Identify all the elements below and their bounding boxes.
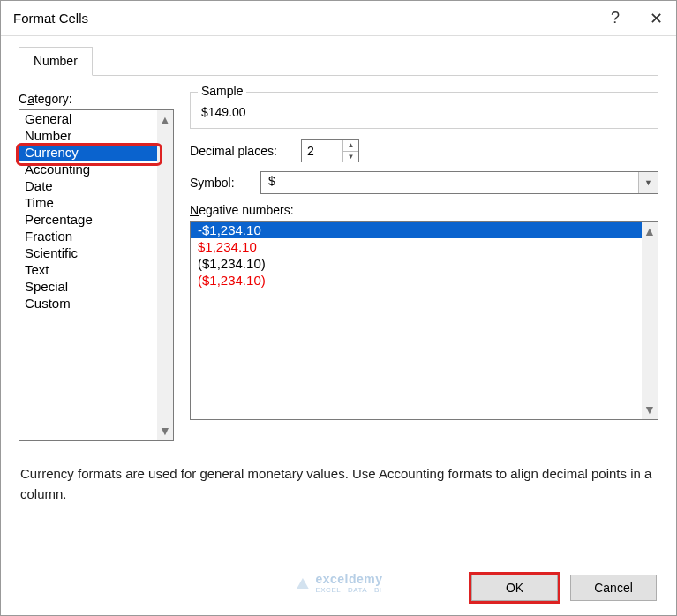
scroll-up-icon[interactable]: ▲ [643, 224, 656, 238]
tab-number[interactable]: Number [19, 47, 93, 76]
chevron-down-icon[interactable]: ▼ [638, 172, 658, 193]
category-item-text[interactable]: Text [19, 261, 157, 278]
category-item-custom[interactable]: Custom [19, 295, 157, 312]
logo-icon [294, 575, 310, 591]
watermark: exceldemy EXCEL · DATA · BI [294, 572, 382, 594]
category-item-general[interactable]: General [19, 110, 157, 127]
scroll-down-icon[interactable]: ▼ [159, 424, 171, 438]
negative-option-0[interactable]: -$1,234.10 [191, 222, 642, 238]
sample-legend: Sample [198, 84, 246, 98]
dialog-title: Format Cells [13, 11, 595, 26]
cancel-button[interactable]: Cancel [570, 575, 657, 601]
category-item-special[interactable]: Special [19, 278, 157, 295]
category-item-accounting[interactable]: Accounting [19, 161, 157, 177]
tab-strip: Number [19, 47, 658, 76]
help-button[interactable]: ? [595, 1, 636, 36]
close-button[interactable]: ✕ [636, 1, 676, 36]
category-item-fraction[interactable]: Fraction [19, 228, 157, 244]
negative-numbers-listbox[interactable]: -$1,234.10$1,234.10($1,234.10)($1,234.10… [190, 221, 658, 420]
dialog-footer: OK Cancel [471, 575, 657, 601]
category-label: Category: [19, 92, 174, 106]
spinner-down-icon[interactable]: ▼ [343, 152, 358, 162]
category-item-percentage[interactable]: Percentage [19, 211, 157, 228]
sample-value: $149.00 [201, 105, 647, 119]
category-item-number[interactable]: Number [19, 127, 157, 144]
decimal-places-label: Decimal places: [190, 144, 292, 158]
category-listbox[interactable]: GeneralNumberCurrencyAccountingDateTimeP… [19, 109, 174, 441]
category-item-scientific[interactable]: Scientific [19, 244, 157, 261]
symbol-value: $ [261, 172, 638, 193]
decimal-places-input[interactable] [302, 140, 342, 162]
format-cells-dialog: Format Cells ? ✕ Number Category: Genera… [0, 0, 677, 616]
category-item-time[interactable]: Time [19, 194, 157, 211]
negative-option-1[interactable]: $1,234.10 [191, 238, 642, 255]
category-item-date[interactable]: Date [19, 177, 157, 194]
negative-option-3[interactable]: ($1,234.10) [191, 272, 642, 289]
scrollbar[interactable]: ▲ ▼ [157, 110, 173, 440]
svg-marker-0 [297, 578, 309, 589]
category-item-currency[interactable]: Currency [19, 144, 157, 161]
symbol-label: Symbol: [190, 176, 252, 190]
negative-option-2[interactable]: ($1,234.10) [191, 255, 642, 272]
negative-numbers-label: Negative numbers: [190, 203, 658, 217]
scroll-up-icon[interactable]: ▲ [159, 113, 171, 127]
scroll-down-icon[interactable]: ▼ [643, 402, 656, 417]
spinner-up-icon[interactable]: ▲ [343, 140, 358, 152]
format-description: Currency formats are used for general mo… [19, 441, 658, 504]
dialog-content: Number Category: GeneralNumberCurrencyAc… [1, 36, 676, 504]
sample-group: Sample $149.00 [190, 92, 658, 129]
scrollbar[interactable]: ▲ ▼ [642, 222, 658, 419]
decimal-places-spinner[interactable]: ▲ ▼ [301, 139, 359, 162]
title-bar: Format Cells ? ✕ [1, 1, 676, 36]
ok-button[interactable]: OK [471, 575, 558, 601]
symbol-combobox[interactable]: $ ▼ [260, 171, 658, 194]
